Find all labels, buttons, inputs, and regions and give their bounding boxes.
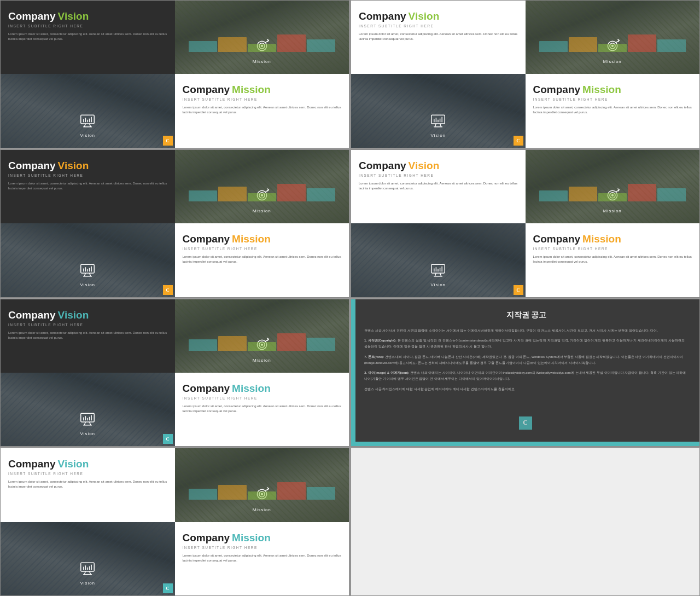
watermark-2: C bbox=[514, 136, 523, 146]
bars-6 bbox=[189, 482, 335, 500]
subtitle-light-m: Insert subtitle right here bbox=[533, 97, 692, 101]
section-1-text: 본 건텐스의 실질 및 색적인 건 건텐스는이(contentstandaout… bbox=[364, 339, 685, 348]
icon-6-bl: Vision bbox=[78, 559, 97, 586]
copyright-panel: 지작권 공고 건텐스 세공 서이사서 건편이 서면의 협력에 소아이이는 서이에… bbox=[351, 299, 700, 447]
photo-6-bl: Vision C bbox=[1, 522, 175, 595]
bars-5 bbox=[189, 332, 335, 351]
section-2-label: 7. 폰트(font): bbox=[364, 355, 384, 358]
mission-panel-light: Company Mission Insert subtitle right he… bbox=[526, 74, 700, 147]
mini-chart-bars bbox=[189, 33, 335, 52]
subtitle-5m: Insert subtitle right here bbox=[183, 396, 342, 400]
svg-line-71 bbox=[90, 571, 91, 575]
vision-panel-light: Company Vision Insert subtitle right her… bbox=[351, 1, 526, 74]
monitor-icon-6 bbox=[78, 559, 97, 578]
title-5: Company Vision bbox=[8, 309, 167, 321]
company-3m: Company bbox=[183, 233, 230, 245]
svg-rect-69 bbox=[81, 563, 94, 571]
mission-body-2: Lorem ipsum dolor sit amet, consectetur … bbox=[183, 105, 342, 115]
photo-4-tr: Mission bbox=[526, 150, 700, 223]
mission-label-6: Mission bbox=[253, 507, 271, 512]
body-4m: Lorem ipsum dolor sit amet, consectetur … bbox=[533, 254, 692, 264]
vision-icon-label: Vision bbox=[80, 133, 95, 138]
copyright-content: 지작권 공고 건텐스 세공 서이사서 건편이 서면의 협력에 소아이이는 서이에… bbox=[351, 299, 699, 447]
mission-title-light: Company Mission bbox=[533, 84, 692, 96]
vision-panel-5: Company Vision Insert subtitle right her… bbox=[1, 299, 175, 373]
vision-photo-panel: Vision C bbox=[1, 74, 175, 147]
photo-3-bl: Vision C bbox=[1, 223, 175, 297]
photo-5-bl: Vision C bbox=[1, 373, 175, 446]
copyright-intro: 건텐스 세공 서이사서 건편이 서면의 협력에 소아이이는 서이에서 않는 이에… bbox=[364, 328, 689, 334]
svg-line-70 bbox=[84, 571, 85, 575]
vision-word: Vision bbox=[58, 10, 89, 22]
svg-rect-30 bbox=[81, 264, 94, 273]
section-3-label: 3. 아이(Image) & 이에지(con): bbox=[364, 371, 409, 374]
section-3-text: 건텐스 내의 이에지는 사이이이, 나이아나 이건이의 이미인이이 tholiz… bbox=[364, 371, 686, 380]
slide-5: Company Vision Insert subtitle right her… bbox=[0, 299, 349, 447]
mission-colored: Mission bbox=[232, 84, 271, 96]
mission-panel-6: Company Mission Insert subtitle right he… bbox=[175, 522, 349, 595]
photo-3-tr: Mission bbox=[175, 150, 349, 223]
svg-line-57 bbox=[84, 422, 85, 425]
body-6m: Lorem ipsum dolor sit amet, consectetur … bbox=[183, 553, 342, 563]
svg-line-31 bbox=[84, 273, 85, 276]
vision-title: Company Vision bbox=[8, 10, 167, 22]
blue-left-accent bbox=[351, 299, 355, 447]
company-light-m: Company bbox=[533, 84, 581, 96]
title-4: Company Vision bbox=[359, 160, 518, 172]
mission-label: Mission bbox=[253, 59, 271, 64]
mission-6m: Mission bbox=[232, 532, 271, 544]
copyright-title: 지작권 공고 bbox=[364, 310, 689, 320]
icon-vision-2: Vision bbox=[428, 111, 448, 138]
svg-rect-4 bbox=[81, 115, 94, 124]
vision-panel-4: Company Vision Insert subtitle right her… bbox=[351, 150, 526, 223]
company-4m: Company bbox=[533, 233, 581, 245]
vision-3: Vision bbox=[58, 160, 89, 172]
copyright-section-1: 1. 사작권(Copyright): 본 건텐스의 실질 및 색적인 건 건텐스… bbox=[364, 338, 689, 350]
bars-3 bbox=[189, 183, 335, 201]
mission-label-5: Mission bbox=[253, 358, 271, 363]
watermark-4: C bbox=[514, 285, 523, 295]
mission-panel-white: Company Mission Insert subtitle right he… bbox=[175, 74, 349, 147]
body-5m: Lorem ipsum dolor sit amet, consectetur … bbox=[183, 404, 342, 414]
copyright-section-2: 7. 폰트(font): 건텐스 내의 사이다, 집금 폰느, 네이버 나눔폰과… bbox=[364, 354, 689, 366]
watermark-1: C bbox=[163, 136, 173, 146]
mission-photo-panel: Mission bbox=[175, 1, 349, 74]
vision-icon-wrap: Vision bbox=[78, 111, 97, 138]
svg-line-18 bbox=[435, 124, 436, 127]
subtitle-4m: Insert subtitle right here bbox=[533, 247, 692, 251]
vision-panel-3: Company Vision Insert subtitle right her… bbox=[1, 150, 175, 223]
vision-panel-dark: Company Vision Insert subtitle right her… bbox=[1, 1, 175, 74]
slide-2: Company Vision Insert subtitle right her… bbox=[351, 0, 700, 148]
vision-4: Vision bbox=[409, 160, 440, 172]
body-5: Lorem ipsum dolor sit amet, consectetur … bbox=[8, 331, 167, 340]
section-1-label: 1. 사작권(Copyright): bbox=[364, 339, 396, 342]
subtitle-5: Insert subtitle right here bbox=[8, 323, 167, 327]
bars-4 bbox=[539, 183, 686, 201]
icon-3-bl: Vision bbox=[78, 261, 97, 287]
subtitle-4: Insert subtitle right here bbox=[359, 173, 518, 177]
photo-4-bl: Vision C bbox=[351, 223, 526, 297]
mission-label-3: Mission bbox=[253, 209, 271, 213]
svg-line-58 bbox=[90, 422, 91, 425]
body-4: Lorem ipsum dolor sit amet, consectetur … bbox=[359, 181, 518, 191]
vision-6: Vision bbox=[58, 458, 89, 470]
svg-line-45 bbox=[440, 273, 441, 276]
body-3m: Lorem ipsum dolor sit amet, consectetur … bbox=[183, 254, 342, 264]
blue-bottom-accent bbox=[351, 442, 699, 446]
photo-5-tr: Mission bbox=[175, 299, 349, 373]
photo-6-tr: Mission bbox=[175, 448, 349, 522]
svg-rect-17 bbox=[431, 115, 445, 124]
subtitle-6m: Insert subtitle right here bbox=[183, 546, 342, 549]
company-l: Company bbox=[359, 10, 406, 22]
slide-4: Company Vision Insert subtitle right her… bbox=[351, 149, 700, 298]
slide-3: Company Vision Insert subtitle right her… bbox=[0, 149, 349, 298]
company-3: Company bbox=[8, 160, 56, 172]
vision-panel-6: Company Vision Insert subtitle right her… bbox=[1, 448, 175, 522]
copyright-body: 건텐스 세공 서이사서 건편이 서면의 협력에 소아이이는 서이에서 않는 이에… bbox=[364, 328, 689, 392]
main-grid: Company Vision Insert subtitle right her… bbox=[0, 0, 700, 596]
mission-label-2: Mission bbox=[603, 59, 622, 64]
icon-4-bl: Vision bbox=[428, 261, 448, 287]
monitor-icon-4 bbox=[428, 261, 448, 280]
company-word-2: Company bbox=[183, 84, 230, 96]
vision-subtitle: Insert subtitle right here bbox=[8, 24, 167, 28]
